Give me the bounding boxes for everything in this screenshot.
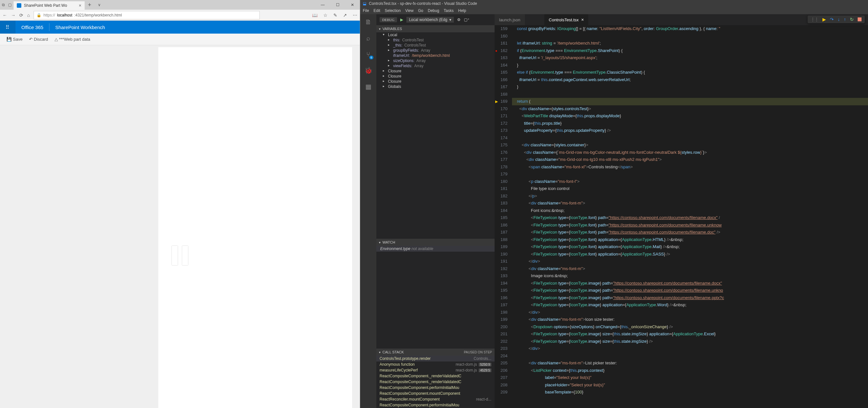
stack-frame[interactable]: measureLifeCyclePerfreact-dom.js4529:5 bbox=[376, 367, 495, 373]
var-viewfields[interactable]: ▸viewFields: Array bbox=[376, 63, 495, 68]
favorite-icon[interactable]: ☆ bbox=[323, 12, 328, 18]
drag-handle-icon[interactable]: ⋮⋮ bbox=[811, 17, 818, 22]
tab-controlstest[interactable]: ControlsTest.tsx× bbox=[544, 14, 589, 25]
close-tab-icon[interactable]: × bbox=[581, 17, 584, 22]
callstack-panel-header[interactable]: ▾CALL STACKPAUSED ON STEP bbox=[376, 349, 495, 356]
save-label: Save bbox=[13, 37, 23, 42]
menu-view[interactable]: View bbox=[405, 8, 413, 13]
var-this[interactable]: ▸this: ControlsTest bbox=[376, 37, 495, 43]
continue-icon[interactable]: ▶ bbox=[823, 17, 826, 22]
scope-closure-2[interactable]: ▸Closure bbox=[376, 74, 495, 79]
stop-icon[interactable] bbox=[858, 18, 862, 21]
debug-icon[interactable]: 🐞 bbox=[364, 66, 373, 75]
gear-icon[interactable]: ⚙ bbox=[457, 18, 461, 22]
extensions-icon[interactable]: ▦ bbox=[364, 82, 373, 91]
vscode-window: ⬓ ControlsTest.tsx - sp-dev-fx-controls-… bbox=[360, 0, 868, 408]
var-_this[interactable]: ▸_this: ControlsTest bbox=[376, 43, 495, 48]
scope-globals[interactable]: ▸Globals bbox=[376, 84, 495, 89]
menu-edit[interactable]: Edit bbox=[373, 8, 380, 13]
debug-sidebar: DEBUG ▶ Local workbench (Edg ▾ ⚙ ▢⁺ ▾VAR… bbox=[376, 14, 495, 408]
tab-launch-json[interactable]: launch.json bbox=[495, 14, 525, 25]
callstack-panel: ControlsTest.prototype.renderControls...… bbox=[376, 356, 495, 408]
callstack-label: CALL STACK bbox=[382, 350, 404, 354]
tab-label: launch.json bbox=[499, 18, 520, 22]
debug-title: DEBUG bbox=[379, 17, 397, 22]
browser-address-bar: ← → ⟳ ⌂ 🔒 https://localhost:4321/temp/wo… bbox=[0, 10, 360, 21]
tab-label: ControlsTest.tsx bbox=[549, 18, 579, 22]
stack-frame-current[interactable]: ControlsTest.prototype.renderControls... bbox=[376, 356, 495, 362]
debug-console-icon[interactable]: ▢⁺ bbox=[464, 18, 469, 22]
loading-indicator bbox=[172, 246, 188, 265]
debug-toolbar[interactable]: ⋮⋮ ▶ ↷ ↓ ↑ ↻ bbox=[808, 15, 865, 23]
search-icon[interactable]: ⌕ bbox=[364, 34, 373, 43]
menu-debug[interactable]: Debug bbox=[428, 8, 439, 13]
code-editor[interactable]: 159160161●162163164165166167168▶16917017… bbox=[495, 25, 868, 408]
var-sizeoptions[interactable]: ▸sizeOptions: Array bbox=[376, 58, 495, 63]
menu-tasks[interactable]: Tasks bbox=[444, 8, 454, 13]
notes-icon[interactable]: ✎ bbox=[333, 12, 337, 18]
stack-frame[interactable]: ReactCompositeComponent.performInitialMo… bbox=[376, 385, 495, 390]
discard-button[interactable]: ↶Discard bbox=[29, 37, 48, 42]
minimize-button[interactable]: — bbox=[315, 0, 330, 10]
variables-label: VARIABLES bbox=[382, 27, 402, 31]
scope-closure-3[interactable]: ▸Closure bbox=[376, 79, 495, 84]
app-launcher-icon[interactable]: ⠿ bbox=[0, 21, 16, 34]
scope-local[interactable]: ▾Local bbox=[376, 32, 495, 37]
forward-button[interactable]: → bbox=[11, 12, 16, 18]
scope-closure[interactable]: ▸Closure bbox=[376, 68, 495, 74]
lock-icon: 🔒 bbox=[36, 13, 41, 18]
watch-expression[interactable]: Environment.type not available bbox=[376, 246, 495, 252]
save-icon: 💾 bbox=[6, 37, 12, 42]
stack-frame[interactable]: ReactCompositeComponent._renderValidated… bbox=[376, 373, 495, 379]
start-debug-icon[interactable]: ▶ bbox=[400, 18, 403, 22]
maximize-button[interactable]: ☐ bbox=[330, 0, 345, 10]
stack-frame[interactable]: ReactReconciler.mountComponentreact-d... bbox=[376, 396, 495, 402]
close-tab-icon[interactable]: × bbox=[79, 3, 82, 8]
share-icon[interactable]: ↗ bbox=[343, 12, 347, 18]
variables-panel-header[interactable]: ▾VARIABLES bbox=[376, 25, 495, 32]
vscode-window-title: ControlsTest.tsx - sp-dev-fx-controls-re… bbox=[369, 1, 477, 6]
menu-go[interactable]: Go bbox=[418, 8, 423, 13]
stack-frame[interactable]: ReactCompositeComponent._renderValidated… bbox=[376, 379, 495, 385]
history-icon[interactable]: ⧉ bbox=[2, 3, 5, 7]
activity-bar: 🗎 ⌕ ⑂6 🐞 ▦ bbox=[360, 14, 376, 408]
browser-tab[interactable]: SharePoint Web Part Wo × bbox=[13, 1, 85, 10]
scm-icon[interactable]: ⑂6 bbox=[364, 50, 373, 59]
discard-label: Discard bbox=[34, 37, 48, 42]
refresh-button[interactable]: ⟳ bbox=[20, 12, 23, 18]
var-groupbyfields[interactable]: ▸groupByFields: Array bbox=[376, 48, 495, 53]
workbench-canvas bbox=[158, 47, 352, 408]
step-over-icon[interactable]: ↷ bbox=[830, 17, 834, 22]
explorer-icon[interactable]: 🗎 bbox=[364, 18, 373, 27]
stack-frame[interactable]: ReactCompositeComponent.performInitialMo… bbox=[376, 402, 495, 408]
close-window-button[interactable]: ✕ bbox=[345, 0, 360, 10]
debug-config-dropdown[interactable]: Local workbench (Edg ▾ bbox=[406, 17, 454, 23]
url-path: :4321/temp/workbench.html bbox=[74, 13, 122, 18]
restart-icon[interactable]: ↻ bbox=[850, 17, 854, 22]
new-tab-button[interactable]: + bbox=[85, 2, 95, 8]
debug-header: DEBUG ▶ Local workbench (Edg ▾ ⚙ ▢⁺ bbox=[376, 14, 495, 25]
menu-file[interactable]: File bbox=[363, 8, 369, 13]
step-out-icon[interactable]: ↑ bbox=[844, 17, 846, 22]
webpart-label: ***Web part data bbox=[59, 37, 90, 42]
var-iframeurl[interactable]: ▸iframeUrl: /temp/workbench.html bbox=[376, 53, 495, 58]
webpart-data-button[interactable]: △***Web part data bbox=[55, 37, 90, 42]
stack-frame[interactable]: Anonymous functionreact-dom.js5250:9 bbox=[376, 362, 495, 367]
tab-overflow-icon[interactable]: ∨ bbox=[95, 3, 104, 7]
reading-view-icon[interactable]: 📖 bbox=[312, 12, 317, 18]
home-button[interactable]: ⌂ bbox=[27, 12, 30, 18]
more-icon[interactable]: ⋯ bbox=[353, 12, 357, 18]
menu-help[interactable]: Help bbox=[458, 8, 466, 13]
watch-panel-header[interactable]: ▾WATCH bbox=[376, 239, 495, 246]
suite-brand[interactable]: Office 365 bbox=[16, 23, 50, 31]
back-button[interactable]: ← bbox=[3, 12, 7, 18]
chevron-down-icon: ▾ bbox=[379, 27, 380, 31]
tabs-icon[interactable]: ▢ bbox=[8, 3, 12, 7]
step-into-icon[interactable]: ↓ bbox=[838, 17, 840, 22]
url-field[interactable]: 🔒 https://localhost:4321/temp/workbench.… bbox=[34, 11, 260, 20]
menu-selection[interactable]: Selection bbox=[385, 8, 401, 13]
watch-expr: Environment.type bbox=[380, 247, 410, 251]
stack-frame[interactable]: ReactCompositeComponent.mountComponent bbox=[376, 390, 495, 396]
save-button[interactable]: 💾Save bbox=[6, 37, 23, 42]
scm-badge: 6 bbox=[369, 56, 373, 59]
